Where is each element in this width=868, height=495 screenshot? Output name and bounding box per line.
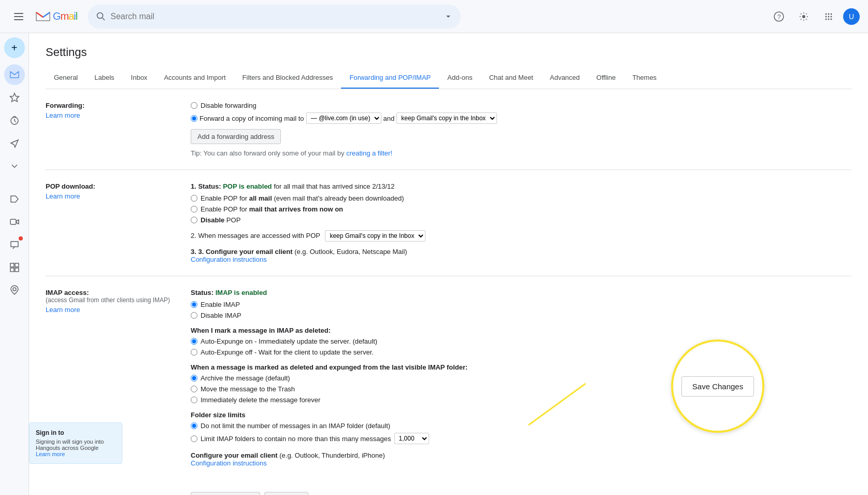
tab-inbox[interactable]: Inbox [123,67,156,89]
disable-forwarding-label: Disable forwarding [201,102,257,109]
pop-disable-radio[interactable] [191,217,197,223]
hangouts-text: Signing in will sign you into Hangouts a… [36,439,116,457]
sidebar-item-starred[interactable] [4,87,25,108]
svg-line-4 [103,18,105,20]
search-input[interactable] [110,12,440,21]
imap-limit-radio[interactable] [191,435,197,442]
svg-rect-1 [14,16,23,17]
imap-autoexpunge-on-label: Auto-Expunge on - Immediately update the… [201,337,377,345]
cancel-button[interactable]: Cancel [264,492,309,495]
configure-client-label: 3. Configure your email client (e.g. Out… [198,248,407,256]
svg-point-24 [13,288,16,291]
imap-label: IMAP access: (access Gmail from other cl… [46,289,191,495]
pop-when-select[interactable]: keep Gmail's copy in the Inbox mark Gmai… [325,230,425,242]
tab-filters[interactable]: Filters and Blocked Addresses [234,67,341,89]
imap-config-link[interactable]: Configuration instructions [191,459,267,467]
page-title: Settings [46,46,851,59]
sidebar-item-more[interactable] [4,155,25,176]
zoom-save-changes-button[interactable]: Save Changes [681,376,754,397]
imap-enable-radio[interactable] [191,301,197,308]
tab-advanced[interactable]: Advanced [542,67,588,89]
tab-offline[interactable]: Offline [588,67,624,89]
forward-copy-label: Forward a copy of incoming mail to [200,115,304,122]
and-label: and [383,115,395,122]
compose-button[interactable]: + [4,37,25,58]
sidebar-item-snoozed[interactable] [4,110,25,131]
imap-nolimit-radio[interactable] [191,422,197,429]
avatar[interactable]: U [843,8,860,25]
sidebar-item-chat[interactable] [4,234,25,255]
pop-learn-more[interactable]: Learn more [46,192,178,200]
svg-point-16 [831,18,832,20]
pop-when-label: 2. When messages are accessed with POP k… [191,230,851,242]
imap-autoexpunge-off-radio[interactable] [191,349,197,356]
pop-content: 1. Status: POP is enabled for all mail t… [191,182,851,263]
imap-learn-more[interactable]: Learn more [46,306,178,314]
imap-delete-radio[interactable] [191,397,197,403]
pop-new-mail-radio[interactable] [191,206,197,213]
svg-point-13 [831,16,832,17]
sidebar-item-labels[interactable] [4,189,25,209]
svg-point-3 [97,12,103,18]
imap-autoexpunge-off-label: Auto-Expunge off - Wait for the client t… [201,348,374,356]
search-dropdown-icon[interactable] [444,12,452,21]
pop-all-mail-label: Enable POP for all mail (even mail that'… [201,194,404,202]
imap-disable-radio[interactable] [191,312,197,319]
pop-section: POP download: Learn more 1. Status: POP … [46,182,851,276]
svg-rect-19 [10,219,16,224]
enable-forwarding-radio[interactable] [191,115,197,122]
sidebar-item-mail[interactable] [4,64,25,85]
settings-tabs: General Labels Inbox Accounts and Import… [46,67,851,89]
imap-trash-radio[interactable] [191,386,197,392]
imap-archive-radio[interactable] [191,375,197,381]
configure-client-imap-label: Configure your email client [191,451,278,459]
svg-point-10 [831,13,832,15]
imap-delete-label: Immediately delete the message forever [201,396,320,404]
svg-point-9 [828,13,830,15]
add-forwarding-address-button[interactable]: Add a forwarding address [191,129,281,144]
pop-config-link[interactable]: Configuration instructions [191,256,267,263]
pop-new-mail-label: Enable POP for mail that arrives from no… [201,205,343,213]
pop-all-mail-radio[interactable] [191,195,197,202]
tab-general[interactable]: General [46,67,86,89]
hangouts-learn-more[interactable]: Learn more [36,451,65,457]
sidebar-item-rooms[interactable] [4,257,25,278]
settings-icon[interactable] [793,6,814,27]
sidebar-item-maps[interactable] [4,280,25,301]
tab-chat[interactable]: Chat and Meet [481,67,542,89]
hangouts-title: Sign in to [36,429,116,436]
imap-enable-label: Enable IMAP [201,301,240,308]
search-icon [96,11,106,22]
save-bar: Save Changes Cancel [191,484,851,495]
forwarding-learn-more[interactable]: Learn more [46,111,178,119]
imap-autoexpunge-on-radio[interactable] [191,338,197,345]
tip-text: Tip: You can also forward only some of y… [191,149,851,157]
sidebar-item-meet[interactable] [4,211,25,232]
sidebar: + [0,33,29,495]
tab-forwarding[interactable]: Forwarding and POP/IMAP [341,67,439,89]
apps-icon[interactable] [818,6,839,27]
svg-point-12 [828,16,830,17]
forwarding-label: Forwarding: Learn more [46,102,191,157]
svg-rect-20 [10,263,14,267]
svg-rect-0 [14,13,23,14]
tab-addons[interactable]: Add-ons [439,67,480,89]
forward-email-select[interactable]: — @live.com (in use) [306,112,381,124]
sidebar-item-sent[interactable] [4,133,25,153]
tab-accounts[interactable]: Accounts and Import [155,67,234,89]
keep-copy-select[interactable]: keep Gmail's copy in the Inbox mark Gmai… [396,112,497,124]
tab-themes[interactable]: Themes [624,67,665,89]
search-bar[interactable] [88,5,461,29]
create-filter-link[interactable]: creating a filter! [346,149,392,157]
save-changes-button[interactable]: Save Changes [191,492,260,495]
menu-icon[interactable] [8,6,29,27]
folder-limit-select[interactable]: 1,000 2,000 5,000 10,000 [394,433,429,444]
disable-forwarding-radio[interactable] [191,102,197,109]
tab-labels[interactable]: Labels [86,67,122,89]
help-icon[interactable]: ? [769,6,789,27]
chat-badge [19,236,23,241]
imap-status: Status: IMAP is enabled [191,289,851,296]
gmail-logo: Gmail [35,10,77,23]
forwarding-section: Forwarding: Learn more Disable forwardin… [46,102,851,170]
forwarding-content: Disable forwarding Forward a copy of inc… [191,102,851,157]
